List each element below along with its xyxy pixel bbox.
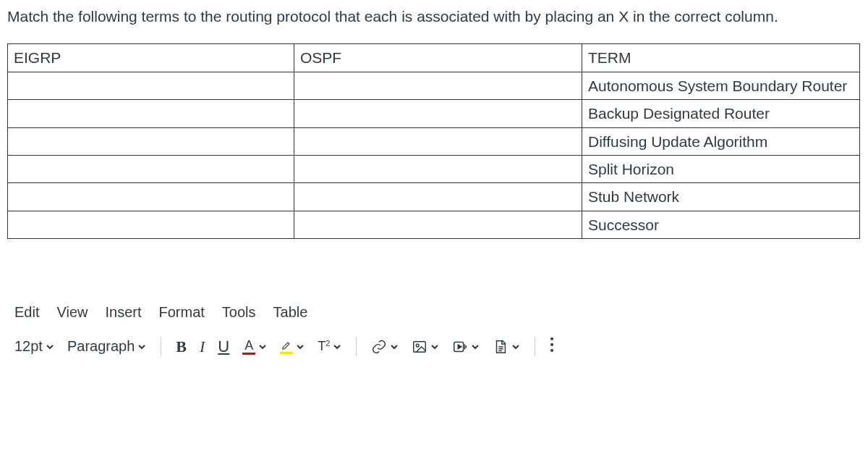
toolbar-separator: [535, 337, 535, 356]
underline-button[interactable]: U: [218, 337, 229, 356]
media-button[interactable]: [452, 337, 480, 356]
toolbar-separator: [356, 337, 357, 356]
menu-table[interactable]: Table: [273, 304, 308, 321]
text-color-letter: A: [244, 339, 253, 352]
table-header-row: EIGRP OSPF TERM: [8, 44, 860, 72]
terms-table: EIGRP OSPF TERM Autonomous System Bounda…: [7, 43, 860, 239]
svg-rect-0: [414, 341, 426, 352]
document-icon: [493, 339, 509, 355]
table-row: Backup Designated Router: [8, 100, 860, 127]
italic-button[interactable]: I: [200, 337, 205, 356]
header-eigrp: EIGRP: [8, 44, 294, 72]
cell-term: Split Horizon: [582, 156, 860, 183]
block-format-label: Paragraph: [67, 338, 135, 355]
chevron-down-icon: [390, 342, 399, 351]
cell-ospf[interactable]: [294, 72, 582, 99]
highlight-color-bar: [280, 352, 293, 354]
cell-term: Diffusing Update Algorithm: [582, 127, 860, 155]
cell-eigrp[interactable]: [8, 72, 294, 99]
table-row: Successor: [8, 211, 860, 238]
cell-term: Stub Network: [582, 183, 860, 211]
svg-point-4: [550, 343, 553, 346]
cell-eigrp[interactable]: [8, 156, 294, 183]
question-text: Match the following terms to the routing…: [7, 6, 861, 28]
document-button[interactable]: [493, 337, 520, 356]
text-color-button[interactable]: A: [242, 337, 267, 356]
cell-term: Backup Designated Router: [582, 100, 860, 127]
image-icon: [412, 339, 427, 355]
cell-ospf[interactable]: [294, 156, 582, 183]
svg-point-5: [550, 349, 553, 352]
font-size-select[interactable]: 12pt: [14, 337, 54, 356]
cell-term: Successor: [582, 211, 860, 238]
chevron-down-icon: [333, 342, 341, 351]
highlighter-icon: [281, 340, 292, 351]
text-color-bar: [242, 353, 255, 355]
cell-ospf[interactable]: [294, 127, 582, 155]
cell-ospf[interactable]: [294, 100, 582, 127]
link-button[interactable]: [371, 337, 399, 356]
block-format-select[interactable]: Paragraph: [67, 337, 146, 356]
chevron-down-icon: [471, 342, 480, 351]
chevron-down-icon: [296, 342, 305, 351]
menu-view[interactable]: View: [56, 304, 88, 321]
chevron-down-icon: [137, 342, 146, 351]
font-size-label: 12pt: [14, 338, 43, 355]
table-row: Split Horizon: [8, 156, 860, 183]
highlight-color-button[interactable]: [280, 337, 305, 356]
toolbar-separator: [161, 337, 161, 356]
table-row: Stub Network: [8, 183, 860, 211]
more-options-button[interactable]: [550, 337, 554, 356]
superscript-base: T: [318, 339, 326, 354]
cell-ospf[interactable]: [294, 183, 582, 211]
superscript-exp: 2: [326, 339, 330, 348]
editor-toolbar: 12pt Paragraph B I U A: [14, 337, 861, 356]
svg-point-3: [550, 337, 553, 340]
bold-button[interactable]: B: [176, 337, 187, 356]
image-button[interactable]: [412, 337, 439, 356]
cell-eigrp[interactable]: [8, 127, 294, 155]
chevron-down-icon: [511, 342, 520, 351]
chevron-down-icon: [46, 342, 54, 351]
table-row: Diffusing Update Algorithm: [8, 127, 860, 155]
rich-text-editor: Edit View Insert Format Tools Table 12pt…: [7, 304, 861, 356]
cell-ospf[interactable]: [294, 211, 582, 238]
table-row: Autonomous System Boundary Router: [8, 72, 860, 99]
cell-eigrp[interactable]: [8, 100, 294, 127]
more-vertical-icon: [550, 337, 554, 356]
header-term: TERM: [582, 44, 860, 72]
menu-format[interactable]: Format: [159, 304, 205, 321]
menu-tools[interactable]: Tools: [222, 304, 256, 321]
chevron-down-icon: [258, 342, 267, 351]
superscript-button[interactable]: T2: [318, 337, 341, 356]
cell-eigrp[interactable]: [8, 211, 294, 238]
link-icon: [371, 339, 387, 355]
chevron-down-icon: [430, 342, 439, 351]
menu-edit[interactable]: Edit: [14, 304, 39, 321]
cell-term: Autonomous System Boundary Router: [582, 72, 860, 99]
header-ospf: OSPF: [294, 44, 582, 72]
editor-menubar: Edit View Insert Format Tools Table: [14, 304, 861, 321]
media-icon: [452, 339, 468, 355]
menu-insert[interactable]: Insert: [105, 304, 141, 321]
svg-point-1: [417, 344, 420, 347]
cell-eigrp[interactable]: [8, 183, 294, 211]
